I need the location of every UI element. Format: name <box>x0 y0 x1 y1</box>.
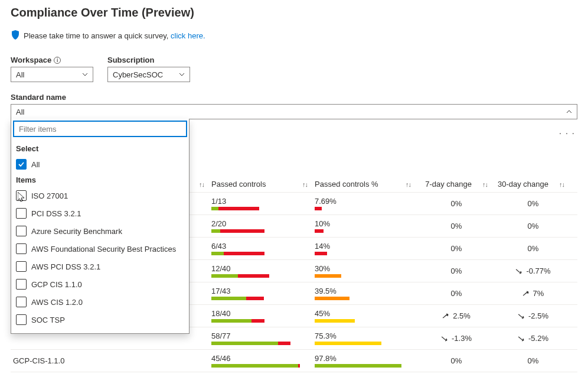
sort-icon[interactable]: ↑↓ <box>482 181 488 188</box>
checkbox-icon <box>16 226 27 236</box>
cell-passed-controls: 58/77 <box>211 332 315 345</box>
workspace-dropdown[interactable]: All <box>11 67 93 82</box>
cell-passed-pct: 10% <box>315 219 418 233</box>
filter-option[interactable]: AWS PCI DSS 3.2.1 <box>11 258 189 275</box>
survey-banner: Please take time to answer a quick surve… <box>11 30 577 41</box>
cell-passed-pct: 45% <box>315 309 418 323</box>
sort-icon[interactable]: ↑↓ <box>406 181 411 188</box>
cell-30day-change: 0% <box>495 222 571 230</box>
cell-passed-controls: 2/20 <box>211 219 315 233</box>
cell-passed-controls: 12/40 <box>211 264 315 278</box>
cell-passed-controls: 6/43 <box>211 242 315 255</box>
checkbox-icon <box>16 190 27 201</box>
trend-up-icon <box>442 312 450 320</box>
select-all-option[interactable]: All <box>11 155 189 173</box>
chevron-up-icon <box>566 109 572 115</box>
cell-passed-pct: 39.5% <box>315 287 418 300</box>
cell-30day-change: 0% <box>495 356 571 365</box>
table-row[interactable]: GCP-CIS-1.1.0 45/46 97.8% 0% 0% <box>11 350 577 372</box>
checkbox-icon <box>16 279 27 290</box>
cell-passed-pct: 14% <box>315 242 418 255</box>
cell-passed-pct: 7.69% <box>315 197 418 210</box>
filter-option-label: AWS PCI DSS 3.2.1 <box>31 262 100 271</box>
checkbox-icon <box>16 261 27 272</box>
filter-option-label: Azure Security Benchmark <box>31 227 122 236</box>
filter-items-input[interactable] <box>13 121 187 137</box>
shield-icon <box>11 30 20 41</box>
cell-passed-controls: 18/40 <box>211 309 315 323</box>
trend-down-icon <box>518 334 526 343</box>
chevron-down-icon <box>82 72 88 77</box>
standard-dropdown-panel: Select All Items ISO 27001PCI DSS 3.2.1A… <box>11 119 190 334</box>
survey-text: Please take time to answer a quick surve… <box>24 31 205 40</box>
standard-name-dropdown[interactable]: All Select All Items ISO 27001PCI DSS 3.… <box>11 104 577 119</box>
more-menu-button[interactable]: · · · <box>559 128 575 139</box>
filter-option-label: GCP CIS 1.1.0 <box>31 280 82 289</box>
column-header-30day[interactable]: 30-day change ↑↓ <box>495 180 571 188</box>
column-header-7day[interactable]: 7-day change ↑↓ <box>418 180 495 188</box>
filter-option-label: PCI DSS 3.2.1 <box>31 209 81 218</box>
cell-standard-name: GCP-CIS-1.1.0 <box>11 356 211 365</box>
cell-30day-change: -0.77% <box>495 266 571 275</box>
filter-option[interactable]: AWS CIS 1.2.0 <box>11 293 189 311</box>
cell-passed-controls: 1/13 <box>211 197 315 210</box>
column-header-passed[interactable]: Passed controls ↑↓ <box>211 180 315 188</box>
subscription-label: Subscription <box>107 56 190 64</box>
sort-icon[interactable]: ↑↓ <box>559 181 564 188</box>
trend-down-icon <box>518 312 526 320</box>
filter-option[interactable]: AWS Foundational Security Best Practices <box>11 240 189 258</box>
cell-7day-change: 0% <box>418 356 495 365</box>
checkbox-icon <box>16 314 27 325</box>
cell-passed-controls: 45/46 <box>211 354 315 368</box>
cell-30day-change: 7% <box>495 289 571 298</box>
sort-icon[interactable]: ↑↓ <box>302 181 308 188</box>
cell-30day-change: -5.2% <box>495 334 571 343</box>
subscription-dropdown[interactable]: CyberSecSOC <box>107 67 190 82</box>
cell-30day-change: -2.5% <box>495 311 571 320</box>
checkbox-icon <box>16 297 27 307</box>
cell-7day-change: 2.5% <box>418 311 495 320</box>
filter-option[interactable]: Azure Security Benchmark <box>11 222 189 240</box>
checkbox-icon <box>16 208 27 219</box>
checkbox-icon <box>16 243 27 254</box>
filter-option-label: SOC TSP <box>31 316 65 324</box>
cell-passed-pct: 97.8% <box>315 354 418 368</box>
trend-down-icon <box>515 267 524 275</box>
chevron-down-icon <box>179 72 185 77</box>
filter-option[interactable]: SOC TSP <box>11 311 189 329</box>
standard-name-label: Standard name <box>11 93 577 102</box>
survey-link[interactable]: click here. <box>171 31 205 40</box>
cell-30day-change: 0% <box>495 244 571 253</box>
page-title: Compliance Over Time (Preview) <box>11 6 577 20</box>
cell-7day-change: -1.3% <box>418 334 495 343</box>
trend-down-icon <box>441 334 449 343</box>
filter-option[interactable]: ISO 27001 <box>11 187 189 204</box>
cell-7day-change: 0% <box>418 289 495 298</box>
cell-passed-controls: 17/43 <box>211 287 315 300</box>
filter-option-label: AWS CIS 1.2.0 <box>31 298 83 307</box>
checkbox-checked-icon <box>16 159 27 170</box>
filter-option-label: AWS Foundational Security Best Practices <box>31 245 176 254</box>
filter-option[interactable]: PCI DSS 3.2.1 <box>11 204 189 222</box>
cell-7day-change: 0% <box>418 244 495 253</box>
filter-option-label: ISO 27001 <box>31 191 68 200</box>
cell-30day-change: 0% <box>495 199 571 208</box>
cell-passed-pct: 75.3% <box>315 332 418 345</box>
cell-7day-change: 0% <box>418 199 495 208</box>
trend-up-icon <box>522 290 531 298</box>
column-header-pct[interactable]: Passed controls % ↑↓ <box>315 180 418 188</box>
sort-icon[interactable]: ↑↓ <box>199 181 204 188</box>
workspace-label: Workspace i <box>11 56 93 64</box>
cell-7day-change: 0% <box>418 266 495 275</box>
filter-option[interactable]: GCP CIS 1.1.0 <box>11 275 189 293</box>
select-section-label: Select <box>11 142 189 155</box>
cell-7day-change: 0% <box>418 222 495 230</box>
items-section-label: Items <box>11 173 189 187</box>
cell-passed-pct: 30% <box>315 264 418 278</box>
info-icon[interactable]: i <box>54 57 61 64</box>
